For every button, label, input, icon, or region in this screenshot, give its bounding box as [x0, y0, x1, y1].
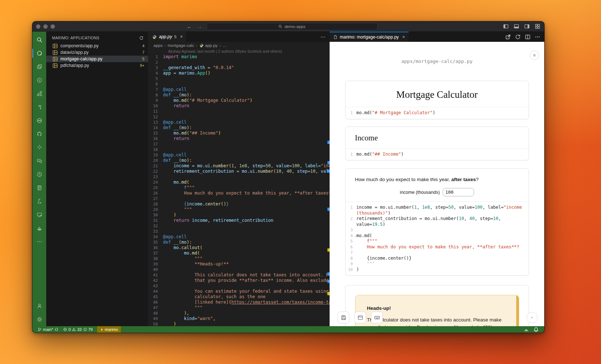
close-window-button[interactable]	[36, 24, 40, 29]
code-line[interactable]: 19@app.cell	[148, 152, 330, 158]
code-line[interactable]: 29 """	[148, 207, 330, 212]
file-item[interactable]: components/app.py4	[46, 43, 148, 49]
activity-copy-pages-icon[interactable]	[32, 60, 46, 73]
activity-notebook-icon[interactable]	[32, 181, 46, 195]
file-item[interactable]: mortgage-calc/app.py5	[46, 56, 148, 62]
layouts-grid-icon[interactable]	[534, 23, 541, 29]
code-line[interactable]: 5	[148, 76, 330, 81]
activity-github-icon[interactable]	[32, 127, 46, 141]
split-editor-icon[interactable]	[525, 34, 531, 40]
activity-marimo-icon[interactable]	[32, 47, 46, 60]
signal-icon[interactable]	[523, 327, 529, 333]
code-line[interactable]: 41 This calculator does not take taxes i…	[148, 272, 330, 278]
code-line[interactable]: 1import marimo	[148, 54, 330, 60]
hamburger-menu-icon[interactable]	[530, 51, 539, 60]
activity-settings-icon[interactable]	[32, 313, 46, 326]
activity-account-icon[interactable]	[32, 299, 46, 313]
code-line[interactable]: 21 income = mo.ui.number(1, 1e8, step=50…	[148, 163, 330, 169]
code-line[interactable]: 32	[148, 223, 330, 229]
breadcrumb-item[interactable]: apps	[154, 43, 163, 48]
code-line[interactable]: 10 return	[148, 103, 330, 109]
code-line[interactable]: 18	[148, 147, 330, 152]
code-line[interactable]: 25 f"""	[148, 185, 330, 191]
activity-search-icon[interactable]	[32, 33, 46, 47]
code-line[interactable]: 50 )	[148, 321, 330, 326]
code-line[interactable]: 6	[148, 81, 330, 87]
code-line[interactable]: 40	[148, 267, 330, 272]
code-line[interactable]: 44 You can estimate your federal and sta…	[148, 289, 330, 294]
activity-diamonds-icon[interactable]	[32, 141, 46, 154]
activity-sphere-icon[interactable]	[32, 114, 46, 127]
code-line[interactable]: 23	[148, 174, 330, 180]
code-line[interactable]: 36 mo.callout(	[148, 245, 330, 251]
code-line[interactable]: 16 return	[148, 136, 330, 141]
code-line[interactable]: 13@app.cell	[148, 120, 330, 125]
code-line[interactable]: 35def __(mo):	[148, 240, 330, 245]
file-item[interactable]: pdfchat/app.py9+	[46, 62, 148, 69]
app-window-button[interactable]	[354, 312, 366, 323]
code-line[interactable]: 2	[148, 60, 330, 65]
code-line[interactable]: 48 ),	[148, 311, 330, 316]
code-line[interactable]: 31 return income, retirement_contributio…	[148, 218, 330, 223]
activity-live-share-icon[interactable]	[32, 73, 46, 87]
minimize-window-button[interactable]	[43, 24, 48, 29]
code-line[interactable]: 46 [linked here](https://smartasset.com/…	[148, 300, 330, 305]
code-line[interactable]: 39 **Heads-up!**	[148, 261, 330, 267]
cell-code[interactable]: 1mo.md("## Income")	[346, 148, 529, 160]
code-line[interactable]: 43	[148, 283, 330, 289]
activity-terraform-icon[interactable]	[32, 100, 46, 114]
breadcrumb-item[interactable]: …	[223, 43, 227, 48]
tab-marimo-preview[interactable]: marimo: mortgage-calc/app.py ×	[330, 32, 409, 42]
breadcrumb-item[interactable]: app.py	[199, 43, 218, 48]
toggle-panel-bottom-icon[interactable]	[513, 23, 520, 29]
code-line[interactable]: 27	[148, 196, 330, 201]
code-area[interactable]: 1import marimo23__generated_with = "0.0.…	[148, 54, 330, 326]
nav-back-icon[interactable]: ←	[187, 24, 192, 29]
nav-forward-icon[interactable]: →	[197, 24, 202, 29]
activity-hierarchy-icon[interactable]	[32, 87, 46, 100]
tab-app-py[interactable]: app.py 5 ×	[148, 32, 186, 42]
code-line[interactable]: 7@app.cell	[148, 87, 330, 92]
cell-code[interactable]: 1mo.md("# Mortgage Calculator")	[346, 107, 529, 119]
more-icon[interactable]	[534, 34, 541, 40]
toggle-sidebar-right-icon[interactable]	[524, 23, 530, 29]
code-line[interactable]: 11	[148, 109, 330, 114]
code-line[interactable]: 42 that you provide **after-tax** income…	[148, 278, 330, 283]
code-line[interactable]: 37 mo.md(	[148, 251, 330, 256]
cell-code[interactable]: 1income = mo.ui.number(1, 1e8, step=50, …	[346, 201, 529, 275]
reload-icon[interactable]	[515, 34, 521, 40]
code-line[interactable]: 33	[148, 229, 330, 234]
income-input[interactable]	[443, 188, 474, 196]
activity-comments-icon[interactable]	[32, 154, 46, 168]
code-line[interactable]: 12	[148, 114, 330, 120]
bell-icon[interactable]	[533, 327, 539, 333]
open-external-icon[interactable]	[505, 34, 511, 40]
code-line[interactable]: 15 mo.md("## Income")	[148, 131, 330, 136]
keyboard-button[interactable]	[371, 312, 383, 323]
file-item[interactable]: dataviz/app.py7	[46, 49, 148, 56]
activity-docker-icon[interactable]	[32, 221, 46, 235]
toggle-sidebar-left-icon[interactable]	[503, 23, 509, 29]
code-line[interactable]: 28 {income.center()}	[148, 201, 330, 207]
refresh-icon[interactable]	[139, 36, 144, 40]
save-button[interactable]	[338, 312, 349, 323]
code-line[interactable]: 14def __(mo):	[148, 125, 330, 131]
activity-clock-icon[interactable]	[32, 168, 46, 181]
zoom-window-button[interactable]	[51, 24, 55, 29]
code-line[interactable]: 45 calculator, such as the one	[148, 294, 330, 300]
activity-more-icon[interactable]	[32, 235, 46, 248]
code-line[interactable]: 30 )	[148, 212, 330, 218]
code-line[interactable]: 8def __(mo):	[148, 92, 330, 98]
activity-remote-monitor-icon[interactable]	[32, 208, 46, 221]
panel-tab-close-icon[interactable]: ×	[402, 35, 405, 40]
breadcrumb-item[interactable]: mortgage-calc	[168, 43, 194, 48]
code-line[interactable]: 26 How much do you expect to make this y…	[148, 191, 330, 196]
code-line[interactable]: 20def __(mo):	[148, 158, 330, 163]
code-line[interactable]: 34@app.cell	[148, 234, 330, 240]
code-line[interactable]: 24 mo.md(	[148, 180, 330, 185]
code-line[interactable]: 22 retirement_contribution = mo.ui.numbe…	[148, 169, 330, 174]
command-center-search[interactable]: demo-apps	[207, 23, 378, 30]
run-button[interactable]	[526, 312, 538, 323]
activity-test-beaker-icon[interactable]	[32, 195, 46, 208]
code-line[interactable]: 47 """	[148, 305, 330, 311]
